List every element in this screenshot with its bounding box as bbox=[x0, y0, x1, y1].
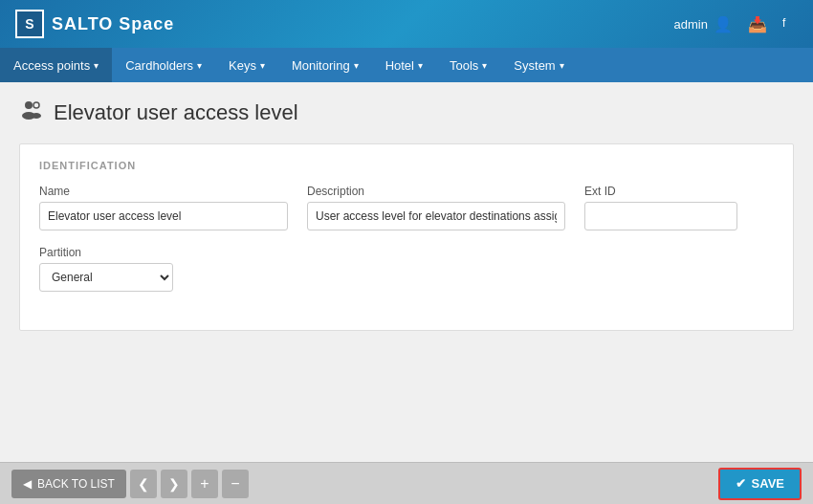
extid-label: Ext ID bbox=[584, 185, 737, 198]
chevron-down-icon: ▾ bbox=[260, 60, 265, 71]
section-label: IDENTIFICATION bbox=[39, 160, 774, 171]
chevron-down-icon: ▾ bbox=[482, 60, 487, 71]
navbar: Access points ▾ Cardholders ▾ Keys ▾ Mon… bbox=[0, 48, 813, 82]
description-label: Description bbox=[307, 185, 565, 198]
name-label: Name bbox=[39, 185, 288, 198]
footer-toolbar: ◀ BACK TO LIST ❮ ❯ + − ✔ SAVE bbox=[0, 462, 813, 504]
nav-system[interactable]: System ▾ bbox=[500, 48, 577, 82]
partition-group: Partition General bbox=[39, 246, 173, 292]
add-button[interactable]: + bbox=[191, 470, 218, 498]
chevron-down-icon: ▾ bbox=[560, 60, 564, 71]
chevron-down-icon: ▾ bbox=[418, 60, 423, 71]
logo: S SALTO Space bbox=[15, 10, 174, 38]
description-group: Description bbox=[307, 185, 565, 230]
description-input[interactable] bbox=[307, 202, 565, 230]
header-right: admin 👤 📥 f bbox=[674, 11, 798, 37]
logo-text: SALTO Space bbox=[52, 14, 174, 34]
footer-left: ◀ BACK TO LIST ❮ ❯ + − bbox=[11, 470, 249, 498]
remove-button[interactable]: − bbox=[222, 470, 249, 498]
user-info: admin 👤 bbox=[674, 15, 733, 33]
minus-icon: − bbox=[231, 475, 239, 493]
download-icon[interactable]: 📥 bbox=[744, 11, 771, 37]
form-row-partition: Partition General bbox=[39, 246, 774, 292]
nav-monitoring[interactable]: Monitoring ▾ bbox=[278, 48, 372, 82]
page-title: Elevator user access level bbox=[54, 100, 298, 125]
page-title-area: Elevator user access level bbox=[19, 98, 794, 128]
chevron-left-icon: ❮ bbox=[138, 476, 149, 492]
save-button[interactable]: ✔ SAVE bbox=[718, 468, 802, 500]
facebook-icon[interactable]: f bbox=[782, 16, 798, 30]
back-to-list-button[interactable]: ◀ BACK TO LIST bbox=[11, 470, 126, 498]
name-input[interactable] bbox=[39, 202, 288, 230]
user-icon: 👤 bbox=[714, 15, 733, 33]
svg-point-3 bbox=[32, 113, 41, 119]
chevron-down-icon: ▾ bbox=[94, 60, 99, 71]
checkmark-icon: ✔ bbox=[736, 476, 746, 491]
page-title-icon bbox=[19, 98, 44, 128]
nav-cardholders[interactable]: Cardholders ▾ bbox=[112, 48, 215, 82]
partition-select[interactable]: General bbox=[39, 263, 173, 292]
nav-hotel[interactable]: Hotel ▾ bbox=[372, 48, 436, 82]
svg-point-2 bbox=[33, 102, 39, 108]
name-group: Name bbox=[39, 185, 288, 230]
next-button[interactable]: ❯ bbox=[161, 470, 187, 498]
nav-access-points[interactable]: Access points ▾ bbox=[0, 48, 112, 82]
plus-icon: + bbox=[200, 475, 209, 493]
nav-tools[interactable]: Tools ▾ bbox=[436, 48, 500, 82]
back-arrow-icon: ◀ bbox=[23, 477, 32, 491]
form-row-main: Name Description Ext ID bbox=[39, 185, 774, 230]
chevron-right-icon: ❯ bbox=[168, 476, 180, 492]
extid-group: Ext ID bbox=[584, 185, 737, 230]
logo-icon: S bbox=[15, 10, 44, 38]
prev-button[interactable]: ❮ bbox=[130, 470, 157, 498]
svg-point-0 bbox=[25, 101, 33, 109]
nav-keys[interactable]: Keys ▾ bbox=[215, 48, 278, 82]
username: admin bbox=[674, 17, 708, 32]
chevron-down-icon: ▾ bbox=[197, 60, 202, 71]
chevron-down-icon: ▾ bbox=[354, 60, 359, 71]
partition-label: Partition bbox=[39, 246, 173, 259]
main-content: Elevator user access level IDENTIFICATIO… bbox=[0, 82, 813, 465]
header: S SALTO Space admin 👤 📥 f bbox=[0, 0, 813, 48]
form-card: IDENTIFICATION Name Description Ext ID P… bbox=[19, 143, 794, 331]
footer-right: ✔ SAVE bbox=[718, 468, 802, 500]
extid-input[interactable] bbox=[584, 202, 737, 230]
